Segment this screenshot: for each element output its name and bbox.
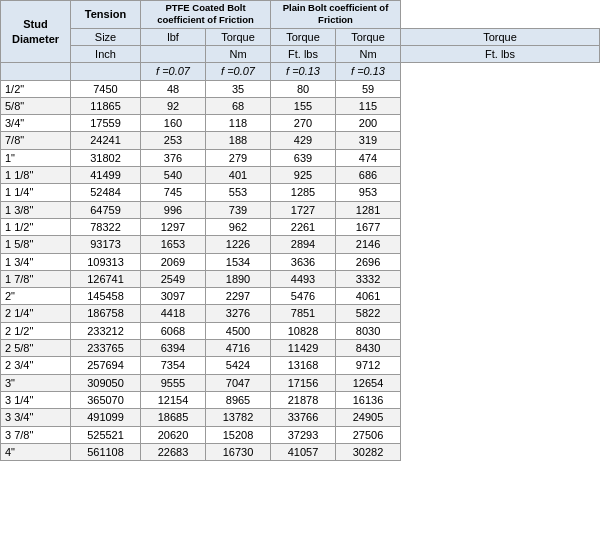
tension-cell: 11865 <box>71 97 141 114</box>
plain-ftlbs-cell: 8030 <box>336 322 401 339</box>
ptfe-torque1: Torque <box>206 28 271 45</box>
ptfe-ftlbs-cell: 68 <box>206 97 271 114</box>
ptfe-nm-cell: 22683 <box>141 443 206 460</box>
plain-torque1: Torque <box>336 28 401 45</box>
plain-ftlbs-cell: 1281 <box>336 201 401 218</box>
tension-cell: 309050 <box>71 374 141 391</box>
tension-cell: 24241 <box>71 132 141 149</box>
size-cell: 1 7/8" <box>1 270 71 287</box>
table-row: 1/2"745048358059 <box>1 80 600 97</box>
table-row: 7/8"24241253188429319 <box>1 132 600 149</box>
size-cell: 3 7/8" <box>1 426 71 443</box>
ptfe-ftlbs-cell: 8965 <box>206 391 271 408</box>
plain-ftlbs-cell: 12654 <box>336 374 401 391</box>
ptfe-coeff2: f =0.07 <box>206 63 271 80</box>
size-sub: Size <box>71 28 141 45</box>
plain-nm-cell: 2894 <box>271 236 336 253</box>
plain-nm-unit: Nm <box>336 45 401 62</box>
plain-nm-cell: 155 <box>271 97 336 114</box>
plain-ftlbs-cell: 200 <box>336 115 401 132</box>
ptfe-ftlbs-cell: 1226 <box>206 236 271 253</box>
ptfe-ftlbs-cell: 1534 <box>206 253 271 270</box>
size-cell: 1 3/4" <box>1 253 71 270</box>
ptfe-nm-cell: 745 <box>141 184 206 201</box>
tension-cell: 7450 <box>71 80 141 97</box>
table-row: 2"1454583097229754764061 <box>1 288 600 305</box>
main-table-container: Stud DiameterTensionPTFE Coated Bolt coe… <box>0 0 600 550</box>
tension-cell: 17559 <box>71 115 141 132</box>
ptfe-ftlbs-cell: 553 <box>206 184 271 201</box>
ptfe-ftlbs-cell: 188 <box>206 132 271 149</box>
plain-coeff1: f =0.13 <box>271 63 336 80</box>
tension-cell: 93173 <box>71 236 141 253</box>
ptfe-nm-cell: 9555 <box>141 374 206 391</box>
size-cell: 3" <box>1 374 71 391</box>
ptfe-ftlbs-cell: 1890 <box>206 270 271 287</box>
table-row: 2 5/8"23376563944716114298430 <box>1 340 600 357</box>
plain-nm-cell: 1727 <box>271 201 336 218</box>
tension-cell: 257694 <box>71 357 141 374</box>
tension-cell: 561108 <box>71 443 141 460</box>
ptfe-torque2: Torque <box>271 28 336 45</box>
plain-ftlbs-cell: 115 <box>336 97 401 114</box>
plain-ftlbs-cell: 3332 <box>336 270 401 287</box>
ptfe-nm-cell: 3097 <box>141 288 206 305</box>
tension-cell: 233765 <box>71 340 141 357</box>
plain-nm-cell: 21878 <box>271 391 336 408</box>
ptfe-nm-cell: 92 <box>141 97 206 114</box>
plain-torque2: Torque <box>401 28 600 45</box>
ptfe-ftlbs-cell: 35 <box>206 80 271 97</box>
size-cell: 5/8" <box>1 97 71 114</box>
table-body: 1/2"7450483580595/8"1186592681551153/4"1… <box>1 80 600 461</box>
size-cell: 1 1/8" <box>1 167 71 184</box>
plain-nm-cell: 37293 <box>271 426 336 443</box>
sub-header-row: SizelbfTorqueTorqueTorqueTorque <box>1 28 600 45</box>
size-cell: 2 3/4" <box>1 357 71 374</box>
tension-header: Tension <box>71 1 141 29</box>
ptfe-ftlbs-cell: 16730 <box>206 443 271 460</box>
plain-nm-cell: 2261 <box>271 218 336 235</box>
ptfe-nm-cell: 6394 <box>141 340 206 357</box>
size-cell: 1 1/2" <box>1 218 71 235</box>
tension-cell: 78322 <box>71 218 141 235</box>
ptfe-ftlbs-cell: 279 <box>206 149 271 166</box>
table-row: 1"31802376279639474 <box>1 149 600 166</box>
ibf-sub: lbf <box>141 28 206 45</box>
ptfe-ftlbs-unit: Ft. lbs <box>271 45 336 62</box>
table-row: 3 1/4"3650701215489652187816136 <box>1 391 600 408</box>
plain-nm-cell: 639 <box>271 149 336 166</box>
plain-ftlbs-cell: 474 <box>336 149 401 166</box>
size-cell: 2 1/2" <box>1 322 71 339</box>
plain-nm-cell: 925 <box>271 167 336 184</box>
table-row: 1 1/4"524847455531285953 <box>1 184 600 201</box>
inch-label: Inch <box>71 45 141 62</box>
plain-ftlbs-cell: 16136 <box>336 391 401 408</box>
ptfe-nm-cell: 996 <box>141 201 206 218</box>
ptfe-ftlbs-cell: 2297 <box>206 288 271 305</box>
tension-cell: 126741 <box>71 270 141 287</box>
plain-group-header: Plain Bolt coefficient of Friction <box>271 1 401 29</box>
plain-ftlbs-cell: 24905 <box>336 409 401 426</box>
size-cell: 1 5/8" <box>1 236 71 253</box>
plain-ftlbs-cell: 9712 <box>336 357 401 374</box>
ptfe-nm-cell: 6068 <box>141 322 206 339</box>
table-row: 2 1/2"23321260684500108288030 <box>1 322 600 339</box>
size-cell: 1 1/4" <box>1 184 71 201</box>
plain-ftlbs-cell: 8430 <box>336 340 401 357</box>
ptfe-ftlbs-cell: 15208 <box>206 426 271 443</box>
ptfe-nm-cell: 160 <box>141 115 206 132</box>
tension-cell: 186758 <box>71 305 141 322</box>
ptfe-group-header: PTFE Coated Bolt coefficient of Friction <box>141 1 271 29</box>
ptfe-ftlbs-cell: 401 <box>206 167 271 184</box>
table-row: 1 5/8"931731653122628942146 <box>1 236 600 253</box>
plain-nm-cell: 270 <box>271 115 336 132</box>
plain-nm-cell: 10828 <box>271 322 336 339</box>
table-row: 4"56110822683167304105730282 <box>1 443 600 460</box>
tension-cell: 52484 <box>71 184 141 201</box>
table-row: 1 7/8"1267412549189044933332 <box>1 270 600 287</box>
size-cell: 2" <box>1 288 71 305</box>
plain-nm-cell: 11429 <box>271 340 336 357</box>
ptfe-ftlbs-cell: 3276 <box>206 305 271 322</box>
tension-cell: 491099 <box>71 409 141 426</box>
plain-nm-cell: 80 <box>271 80 336 97</box>
